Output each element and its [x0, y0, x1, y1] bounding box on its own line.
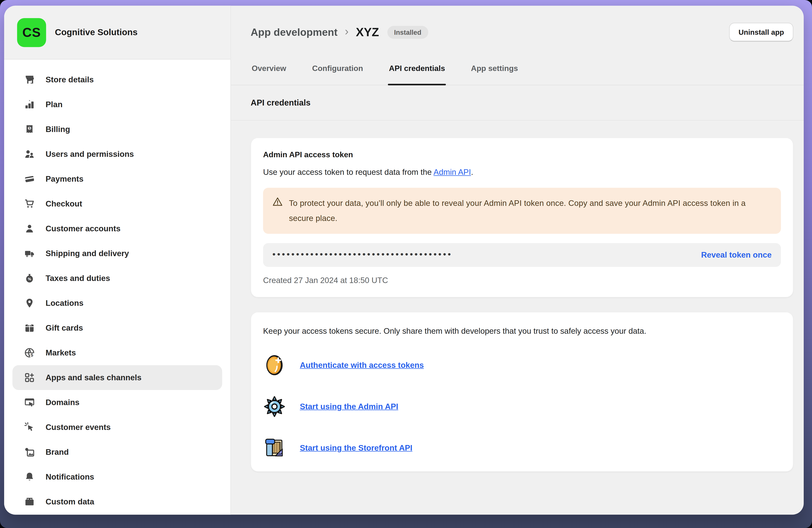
token-created-timestamp: Created 27 Jan 2024 at 18:50 UTC: [263, 275, 781, 285]
main-panel: App development › XYZ Installed Uninstal…: [231, 6, 804, 515]
sidebar-item-billing[interactable]: $ Billing: [12, 117, 222, 142]
status-badge: Installed: [387, 26, 428, 39]
svg-text:%: %: [28, 277, 31, 281]
page-header: App development › XYZ Installed Uninstal…: [231, 6, 804, 59]
sidebar-item-label: Apps and sales channels: [46, 373, 142, 382]
shipping-icon: [25, 248, 35, 259]
sidebar-item-shipping-and-delivery[interactable]: Shipping and delivery: [12, 241, 222, 266]
sidebar-item-label: Checkout: [46, 199, 82, 209]
content-area: Admin API access token Use your access t…: [231, 121, 804, 515]
sidebar-item-label: Notifications: [46, 472, 94, 482]
sidebar-item-taxes-and-duties[interactable]: % Taxes and duties: [12, 266, 222, 291]
chevron-right-icon: ›: [345, 25, 348, 38]
reveal-token-link[interactable]: Reveal token once: [701, 250, 772, 259]
security-intro-text: Keep your access tokens secure. Only sha…: [263, 324, 781, 336]
sidebar-item-checkout[interactable]: Checkout: [12, 191, 222, 216]
sidebar-item-label: Gift cards: [46, 323, 83, 333]
tab-api-credentials[interactable]: API credentials: [388, 59, 446, 85]
svg-text:$: $: [31, 352, 33, 358]
warning-banner: To protect your data, you’ll only be abl…: [263, 188, 781, 233]
users-icon: [25, 149, 35, 159]
masked-token-value: ••••••••••••••••••••••••••••••••••••••: [272, 250, 452, 259]
resource-link-label[interactable]: Authenticate with access tokens: [300, 361, 424, 370]
sidebar-item-customer-accounts[interactable]: Customer accounts: [12, 216, 222, 241]
coin-icon: [263, 354, 286, 377]
warning-text: To protect your data, you’ll only be abl…: [289, 195, 771, 226]
sidebar-item-custom-data[interactable]: Custom data: [12, 489, 222, 514]
sidebar-item-brand[interactable]: Brand: [12, 440, 222, 465]
domains-icon: [25, 397, 35, 408]
tab-app-settings[interactable]: App settings: [470, 59, 519, 85]
account-name: Cognitive Solutions: [55, 27, 137, 37]
markets-icon: $: [25, 348, 35, 358]
resource-link-label[interactable]: Start using the Admin API: [300, 402, 398, 411]
sidebar-item-label: Shipping and delivery: [46, 249, 129, 258]
notifications-icon: [25, 472, 35, 482]
token-security-card: Keep your access tokens secure. Only sha…: [251, 312, 793, 472]
sidebar-item-label: Plan: [46, 100, 62, 109]
customer-accounts-icon: [25, 224, 35, 234]
sidebar-item-notifications[interactable]: Notifications: [12, 465, 222, 489]
sidebar-item-customer-events[interactable]: Customer events: [12, 415, 222, 440]
masked-token-field: •••••••••••••••••••••••••••••••••••••• R…: [263, 243, 781, 267]
tab-overview[interactable]: Overview: [251, 59, 287, 85]
resource-link-label[interactable]: Start using the Storefront API: [300, 443, 412, 453]
tab-configuration[interactable]: Configuration: [311, 59, 364, 85]
admin-api-link[interactable]: Admin API: [434, 168, 471, 177]
sidebar-item-label: Domains: [46, 398, 79, 407]
sidebar-item-label: Taxes and duties: [46, 274, 110, 283]
token-card-title: Admin API access token: [263, 150, 781, 159]
resource-link-start-using-the-storefront-api: Start using the Storefront API: [263, 437, 781, 459]
sidebar-item-apps-and-sales-channels[interactable]: Apps and sales channels: [12, 365, 222, 390]
sidebar-item-payments[interactable]: Payments: [12, 167, 222, 191]
taxes-icon: %: [25, 273, 35, 284]
uninstall-app-button[interactable]: Uninstall app: [729, 23, 793, 41]
payments-icon: [25, 174, 35, 184]
sidebar-item-store-details[interactable]: Store details: [12, 67, 222, 92]
section-title-row: API credentials: [231, 86, 804, 121]
apps-icon: [25, 373, 35, 383]
plan-icon: [25, 99, 35, 110]
settings-nav: Store details Plan $ Billing Users and p…: [4, 60, 231, 515]
settings-modal: CS Cognitive Solutions Store details Pla…: [4, 6, 804, 515]
sidebar-item-plan[interactable]: Plan: [12, 92, 222, 117]
svg-text:$: $: [29, 126, 30, 130]
settings-sidebar: CS Cognitive Solutions Store details Pla…: [4, 6, 231, 515]
customer-events-icon: [25, 422, 35, 433]
billing-icon: $: [25, 124, 35, 135]
storefront-icon: [263, 437, 286, 459]
locations-icon: [25, 298, 35, 308]
sidebar-item-label: Custom data: [46, 497, 94, 507]
resource-link-authenticate-with-access-tokens: Authenticate with access tokens: [263, 354, 781, 377]
sidebar-item-label: Store details: [46, 75, 94, 85]
sidebar-item-users-and-permissions[interactable]: Users and permissions: [12, 142, 222, 167]
sidebar-item-gift-cards[interactable]: Gift cards: [12, 316, 222, 340]
settings-window: CS Cognitive Solutions Store details Pla…: [0, 0, 812, 528]
account-header: CS Cognitive Solutions: [4, 6, 231, 60]
sidebar-item-label: Customer events: [46, 423, 111, 432]
sidebar-item-locations[interactable]: Locations: [12, 291, 222, 316]
sidebar-item-label: Brand: [46, 448, 69, 457]
resource-link-start-using-the-admin-api: Start using the Admin API: [263, 395, 781, 418]
page-title: XYZ: [356, 25, 379, 39]
sidebar-item-markets[interactable]: $ Markets: [12, 340, 222, 365]
tab-bar: Overview Configuration API credentials A…: [231, 59, 804, 86]
resource-links: Authenticate with access tokens Start us…: [263, 354, 781, 459]
brand-icon: [25, 447, 35, 457]
gift-cards-icon: [25, 323, 35, 333]
store-icon: [25, 75, 35, 85]
gear-icon: [263, 395, 286, 418]
breadcrumb-app-development[interactable]: App development: [251, 26, 337, 38]
sidebar-item-label: Users and permissions: [46, 150, 134, 159]
admin-api-token-card: Admin API access token Use your access t…: [251, 138, 793, 297]
breadcrumb: App development › XYZ Installed: [251, 25, 428, 39]
warning-triangle-icon: [272, 196, 283, 207]
sidebar-item-label: Customer accounts: [46, 224, 120, 233]
token-card-description: Use your access token to request data fr…: [263, 167, 781, 178]
section-title: API credentials: [251, 98, 784, 108]
store-avatar: CS: [17, 18, 46, 47]
sidebar-item-domains[interactable]: Domains: [12, 390, 222, 415]
sidebar-item-label: Markets: [46, 348, 76, 358]
checkout-icon: [25, 199, 35, 209]
sidebar-item-label: Locations: [46, 299, 84, 308]
